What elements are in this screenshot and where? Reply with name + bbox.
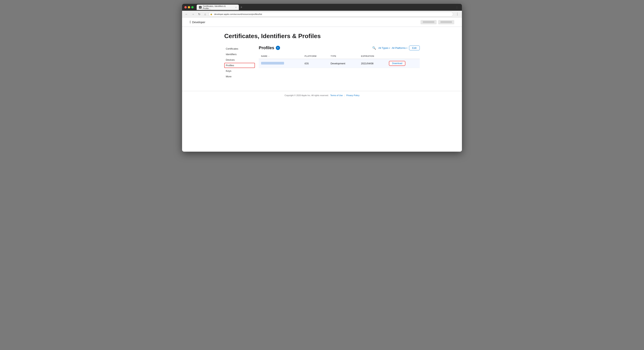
sidebar-item-profiles[interactable]: Profiles bbox=[224, 63, 255, 68]
table-row: iOS Development 2021/04/08 Download bbox=[259, 59, 420, 68]
sidebar-item-devices[interactable]: Devices bbox=[224, 57, 255, 62]
apple-header:  Developer bbox=[182, 18, 462, 27]
tab-title: Certificates, Identifiers & Profile… bbox=[203, 5, 234, 9]
apple-logo-nav:  Developer bbox=[190, 20, 205, 24]
main-content: Certificates, Identifiers & Profiles Cer… bbox=[216, 27, 428, 91]
table-header: NAME ↓ PLATFORM TYPE EXPIRATION bbox=[259, 53, 420, 59]
page-title: Certificates, Identifiers & Profiles bbox=[224, 32, 420, 40]
footer-copyright: Copyright © 2020 Apple Inc. All rights r… bbox=[284, 94, 329, 96]
all-platforms-dropdown[interactable]: All Platforms ∨ bbox=[392, 46, 408, 49]
main-panel: Profiles + 🔍 All Types ∨ bbox=[255, 45, 420, 79]
maximize-traffic-light[interactable] bbox=[191, 6, 194, 8]
tab-bar: A Certificates, Identifiers & Profile… ×… bbox=[197, 4, 453, 10]
all-types-label: All Types bbox=[378, 46, 388, 49]
back-button[interactable]: ← bbox=[184, 12, 189, 16]
new-tab-button[interactable]: + bbox=[240, 5, 243, 9]
panel-filters: 🔍 All Types ∨ All Platforms ∨ Edit bbox=[372, 45, 420, 50]
panel-header: Profiles + 🔍 All Types ∨ bbox=[259, 45, 420, 50]
col-action bbox=[386, 53, 420, 59]
all-platforms-label: All Platforms bbox=[392, 46, 406, 49]
panel-title: Profiles bbox=[259, 45, 274, 50]
refresh-button[interactable]: ↻ bbox=[197, 12, 202, 16]
profiles-table: NAME ↓ PLATFORM TYPE EXPIRATION bbox=[259, 53, 420, 68]
header-user-button-1[interactable] bbox=[420, 20, 436, 24]
cell-platform: iOS bbox=[302, 59, 328, 68]
home-button[interactable]: ⌂ bbox=[203, 12, 207, 16]
table-header-row: NAME ↓ PLATFORM TYPE EXPIRATION bbox=[259, 53, 420, 59]
browser-window: A Certificates, Identifiers & Profile… ×… bbox=[182, 4, 462, 152]
cell-expiration: 2021/04/08 bbox=[358, 59, 386, 68]
col-platform: PLATFORM bbox=[302, 53, 328, 59]
sidebar-item-more[interactable]: More bbox=[224, 74, 255, 79]
browser-overflow-button[interactable]: ⋮ bbox=[455, 11, 460, 17]
sort-arrow-icon: ↓ bbox=[268, 55, 270, 57]
table-body: iOS Development 2021/04/08 Download bbox=[259, 59, 420, 68]
terms-of-use-link[interactable]: Terms of Use bbox=[330, 94, 343, 96]
edit-button[interactable]: Edit bbox=[409, 45, 420, 50]
header-user-button-2[interactable] bbox=[438, 20, 454, 24]
col-type: TYPE bbox=[328, 53, 359, 59]
col-name: NAME ↓ bbox=[259, 53, 302, 59]
minimize-traffic-light[interactable] bbox=[188, 6, 190, 8]
content-layout: Certificates Identifiers Devices Profile… bbox=[224, 45, 420, 79]
all-types-chevron-icon: ∨ bbox=[389, 47, 390, 49]
download-button[interactable]: Download bbox=[389, 61, 405, 66]
col-expiration: EXPIRATION bbox=[358, 53, 386, 59]
add-profile-button[interactable]: + bbox=[276, 46, 280, 50]
cell-name bbox=[259, 59, 302, 68]
browser-toolbar: ← → ↻ ⌂ 🔒 ⋮ bbox=[182, 11, 462, 18]
profile-name-blurred bbox=[261, 62, 284, 64]
close-traffic-light[interactable] bbox=[184, 6, 187, 8]
search-icon: 🔍 bbox=[372, 46, 376, 50]
sidebar: Certificates Identifiers Devices Profile… bbox=[224, 45, 255, 79]
sidebar-item-identifiers[interactable]: Identifiers bbox=[224, 52, 255, 57]
cell-type: Development bbox=[328, 59, 359, 68]
privacy-policy-link[interactable]: Privacy Policy bbox=[346, 94, 360, 96]
panel-title-area: Profiles + bbox=[259, 45, 280, 50]
search-button[interactable]: 🔍 bbox=[372, 46, 377, 50]
sidebar-item-certificates[interactable]: Certificates bbox=[224, 46, 255, 51]
address-bar-wrap: 🔒 bbox=[208, 12, 453, 16]
active-tab[interactable]: A Certificates, Identifiers & Profile… × bbox=[197, 4, 239, 10]
browser-menu-button[interactable]: ⋮ bbox=[454, 5, 460, 10]
cell-action: Download bbox=[386, 59, 420, 68]
page-content:  Developer Certificates, Identifiers & … bbox=[182, 18, 462, 152]
header-user-area bbox=[420, 20, 454, 24]
all-platforms-chevron-icon: ∨ bbox=[406, 47, 408, 49]
tab-favicon: A bbox=[199, 6, 202, 8]
all-types-dropdown[interactable]: All Types ∨ bbox=[378, 46, 390, 49]
page-footer: Copyright © 2020 Apple Inc. All rights r… bbox=[182, 91, 462, 100]
traffic-lights bbox=[184, 6, 194, 8]
footer-divider: | bbox=[344, 94, 345, 96]
svg-text:A: A bbox=[200, 6, 201, 8]
developer-label: Developer bbox=[192, 20, 205, 24]
apple-logo-icon:  bbox=[190, 20, 191, 24]
browser-titlebar: A Certificates, Identifiers & Profile… ×… bbox=[182, 4, 462, 11]
tab-close-icon[interactable]: × bbox=[235, 6, 236, 8]
forward-button[interactable]: → bbox=[190, 12, 196, 16]
lock-icon: 🔒 bbox=[210, 13, 212, 15]
sidebar-item-keys[interactable]: Keys bbox=[224, 68, 255, 73]
address-bar[interactable] bbox=[208, 12, 453, 16]
